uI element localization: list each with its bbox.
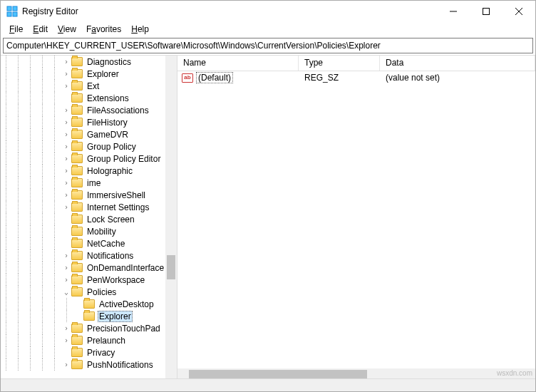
- folder-icon: [71, 142, 83, 151]
- svg-rect-0: [7, 6, 11, 11]
- tree-item-explorer[interactable]: Explorer: [1, 68, 168, 80]
- tree-item-diagnostics[interactable]: Diagnostics: [1, 56, 168, 68]
- maximize-button[interactable]: [470, 1, 502, 22]
- folder-icon: [71, 251, 83, 260]
- addressbar[interactable]: Computer\HKEY_CURRENT_USER\Software\Micr…: [3, 38, 533, 53]
- tree-item-ondemandinterface[interactable]: OnDemandInterface: [1, 262, 168, 274]
- tree-item-label: FileHistory: [86, 118, 129, 128]
- folder-icon: [71, 202, 83, 212]
- menu-view[interactable]: View: [53, 23, 81, 36]
- expander-icon[interactable]: [61, 118, 71, 126]
- col-data[interactable]: Data: [380, 56, 535, 71]
- string-value-icon: [182, 73, 193, 83]
- close-button[interactable]: [502, 1, 535, 22]
- expander-icon[interactable]: [61, 361, 71, 368]
- tree-item-penworkspace[interactable]: PenWorkspace: [1, 274, 168, 286]
- expander-icon[interactable]: [61, 143, 71, 150]
- expander-icon[interactable]: [61, 167, 71, 175]
- expander-icon[interactable]: [61, 106, 71, 114]
- tree-item-label: Mobility: [86, 227, 118, 237]
- folder-icon: [71, 178, 83, 187]
- svg-rect-5: [483, 9, 490, 15]
- tree-item-label: Extensions: [86, 93, 130, 103]
- tree-item-label: GameDVR: [86, 130, 130, 140]
- tree-item-prelaunch[interactable]: Prelaunch: [1, 334, 168, 346]
- value-row[interactable]: (Default)REG_SZ(value not set): [177, 71, 535, 84]
- tree-item-label: Diagnostics: [86, 57, 133, 67]
- expander-icon[interactable]: [61, 324, 71, 332]
- tree-item-mobility[interactable]: Mobility: [1, 225, 168, 237]
- tree-item-immersiveshell[interactable]: ImmersiveShell: [1, 189, 168, 201]
- expander-icon[interactable]: [61, 288, 71, 296]
- folder-icon: [71, 239, 83, 248]
- tree-item-label: OnDemandInterface: [86, 263, 165, 273]
- tree-item-label: PrecisionTouchPad: [86, 324, 162, 334]
- tree-item-fileassociations[interactable]: FileAssociations: [1, 104, 168, 116]
- tree-item-label: Holographic: [86, 166, 134, 176]
- folder-icon: [71, 118, 83, 127]
- col-name[interactable]: Name: [177, 56, 299, 71]
- tree-item-lock-screen[interactable]: Lock Screen: [1, 213, 168, 225]
- tree-item-netcache[interactable]: NetCache: [1, 237, 168, 249]
- tree-item-internet-settings[interactable]: Internet Settings: [1, 201, 168, 213]
- tree-item-label: Notifications: [86, 251, 135, 261]
- tree-item-activedesktop[interactable]: ActiveDesktop: [1, 298, 168, 310]
- value-data: (value not set): [386, 73, 535, 83]
- tree-item-label: PushNotifications: [86, 360, 155, 370]
- value-name: (Default): [196, 72, 233, 83]
- tree-item-label: Group Policy Editor: [86, 154, 162, 164]
- folder-icon: [71, 93, 83, 103]
- tree-item-label: Privacy: [86, 348, 116, 358]
- col-type[interactable]: Type: [299, 56, 380, 71]
- svg-rect-2: [7, 12, 11, 16]
- menu-favorites[interactable]: Favorites: [82, 23, 125, 36]
- expander-icon[interactable]: [61, 70, 71, 78]
- tree-item-policies[interactable]: Policies: [1, 286, 168, 298]
- address-text: Computer\HKEY_CURRENT_USER\Software\Micr…: [6, 41, 381, 51]
- tree-item-group-policy[interactable]: Group Policy: [1, 140, 168, 153]
- tree-item-label: ime: [86, 178, 102, 188]
- tree-item-precisiontouchpad[interactable]: PrecisionTouchPad: [1, 322, 168, 334]
- tree-item-label: ImmersiveShell: [86, 190, 147, 200]
- tree-item-gamedvr[interactable]: GameDVR: [1, 128, 168, 140]
- svg-rect-1: [13, 6, 17, 11]
- folder-icon: [71, 336, 83, 345]
- expander-icon[interactable]: [61, 264, 71, 272]
- tree-item-notifications[interactable]: Notifications: [1, 249, 168, 262]
- tree-item-label: FileAssociations: [86, 105, 150, 115]
- menu-edit[interactable]: Edit: [29, 23, 52, 36]
- tree-item-extensions[interactable]: Extensions: [1, 92, 168, 104]
- folder-icon: [71, 166, 83, 175]
- values-pane: Name Type Data (Default)REG_SZ(value not…: [177, 56, 535, 380]
- expander-icon[interactable]: [61, 336, 71, 344]
- tree-item-filehistory[interactable]: FileHistory: [1, 116, 168, 128]
- tree-item-explorer[interactable]: Explorer: [1, 310, 168, 322]
- tree-item-privacy[interactable]: Privacy: [1, 346, 168, 359]
- tree-item-label: NetCache: [86, 239, 126, 249]
- expander-icon[interactable]: [61, 130, 71, 138]
- expander-icon[interactable]: [61, 82, 71, 90]
- folder-icon: [71, 360, 83, 369]
- expander-icon[interactable]: [61, 203, 71, 211]
- expander-icon[interactable]: [61, 276, 71, 284]
- expander-icon[interactable]: [61, 58, 71, 66]
- tree-item-group-policy-editor[interactable]: Group Policy Editor: [1, 153, 168, 165]
- expander-icon[interactable]: [61, 191, 71, 199]
- tree-item-label: ActiveDesktop: [98, 299, 155, 309]
- menu-file[interactable]: File: [5, 23, 27, 36]
- expander-icon[interactable]: [61, 179, 71, 187]
- folder-icon: [71, 81, 83, 91]
- folder-icon: [71, 227, 83, 236]
- menu-help[interactable]: Help: [127, 23, 153, 36]
- tree-item-ime[interactable]: ime: [1, 177, 168, 189]
- folder-icon: [71, 263, 83, 272]
- tree-item-pushnotifications[interactable]: PushNotifications: [1, 359, 168, 371]
- app-icon: [6, 6, 18, 17]
- expander-icon[interactable]: [61, 252, 71, 259]
- tree-scrollbar[interactable]: [165, 56, 177, 380]
- tree-item-label: Explorer: [86, 69, 120, 79]
- minimize-button[interactable]: [437, 1, 470, 22]
- tree-item-ext[interactable]: Ext: [1, 80, 168, 92]
- tree-item-holographic[interactable]: Holographic: [1, 165, 168, 177]
- expander-icon[interactable]: [61, 155, 71, 163]
